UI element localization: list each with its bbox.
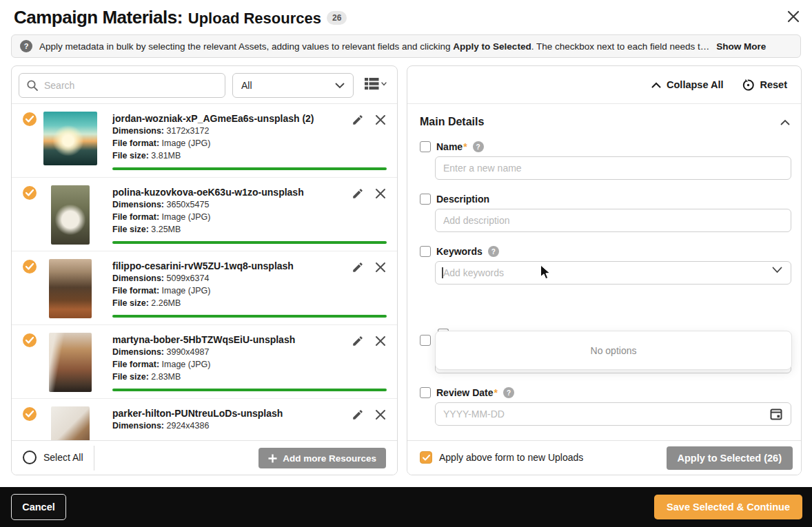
format-label: File format:	[112, 138, 159, 148]
resource-info: parker-hilton-PUNtreuLoDs-unsplash Dimen…	[112, 407, 349, 432]
keywords-dropdown: No options	[435, 331, 792, 370]
resource-dimensions: Dimensions: 5099x6374	[112, 272, 349, 285]
help-circle-icon: ?	[488, 246, 499, 257]
name-checkbox[interactable]	[420, 141, 431, 152]
resource-size: File size: 2.26MB	[112, 297, 349, 309]
divider	[94, 446, 94, 471]
select-all-control[interactable]: Select All	[23, 451, 83, 464]
close-icon[interactable]	[785, 8, 802, 25]
size-value: 3.81MB	[151, 151, 181, 161]
format-value: Image (JPG)	[162, 286, 211, 296]
reset-icon	[742, 79, 755, 92]
edit-pencil-icon[interactable]	[352, 114, 364, 126]
remove-x-icon[interactable]	[375, 188, 386, 199]
edit-pencil-icon[interactable]	[352, 187, 364, 200]
search-input[interactable]	[44, 80, 225, 91]
resource-row[interactable]: filippo-cesarini-rvW5ZU-1wq8-unsplash Di…	[12, 251, 397, 325]
resource-dimensions: Dimensions: 2924x4386	[112, 420, 349, 432]
resource-name: parker-hilton-PUNtreuLoDs-unsplash	[112, 407, 349, 420]
remove-x-icon[interactable]	[375, 409, 386, 420]
edit-pencil-icon[interactable]	[352, 409, 364, 421]
title-secondary: Upload Resources	[188, 10, 321, 28]
keywords-checkbox[interactable]	[420, 246, 431, 257]
format-value: Image (JPG)	[162, 138, 211, 148]
banner-text: Apply metadata in bulk by selecting the …	[39, 41, 709, 52]
remove-x-icon[interactable]	[375, 114, 386, 125]
apply-to-uploads-checkbox[interactable]	[420, 451, 432, 464]
filter-select-value: All	[241, 80, 252, 91]
count-badge: 26	[327, 11, 347, 25]
selected-check-icon[interactable]	[23, 407, 37, 421]
remove-x-icon[interactable]	[375, 335, 386, 347]
resource-info: jordan-wozniak-xP_AGmeEa6s-unsplash (2) …	[112, 112, 349, 162]
apply-to-uploads-control[interactable]: Apply above form to new Uploads	[420, 451, 583, 464]
keywords-input[interactable]	[435, 261, 791, 285]
select-all-label: Select All	[43, 452, 83, 463]
title-primary: Campaign Materials:	[14, 7, 183, 28]
description-input[interactable]	[435, 209, 791, 232]
upload-progress-bar	[112, 389, 387, 391]
description-checkbox[interactable]	[420, 194, 431, 205]
section-title: Main Details	[420, 116, 484, 128]
row-actions	[352, 114, 386, 126]
size-label: File size:	[112, 151, 149, 161]
resource-row[interactable]: martyna-bober-5HbTZWqsEiU-unsplash Dimen…	[12, 325, 397, 399]
reset-button[interactable]: Reset	[742, 79, 788, 92]
dimensions-label: Dimensions:	[112, 421, 164, 431]
name-input[interactable]	[435, 156, 791, 180]
resource-thumbnail[interactable]	[51, 185, 90, 245]
select-all-radio[interactable]	[23, 451, 37, 464]
main-details-section-header[interactable]: Main Details	[420, 115, 790, 129]
format-label: File format:	[112, 212, 159, 222]
resource-thumbnail[interactable]	[43, 112, 97, 165]
view-mode-toggle[interactable]	[365, 77, 387, 90]
resource-list: jordan-wozniak-xP_AGmeEa6s-unsplash (2) …	[12, 104, 397, 442]
selected-check-icon[interactable]	[23, 186, 37, 200]
plus-icon	[268, 454, 277, 463]
save-selected-continue-button[interactable]: Save Selected & Continue	[654, 495, 802, 519]
review-date-label: Review Date*	[436, 387, 498, 398]
resource-thumbnail[interactable]	[51, 406, 90, 442]
resource-dimensions: Dimensions: 3650x5475	[112, 198, 349, 211]
apply-to-selected-button[interactable]: Apply to Selected (26)	[667, 446, 793, 470]
show-more-link[interactable]: Show More	[716, 41, 766, 52]
row-actions	[352, 187, 386, 200]
resource-name: filippo-cesarini-rvW5ZU-1wq8-unsplash	[112, 260, 349, 272]
chevron-down-icon	[381, 82, 387, 86]
size-label: File size:	[112, 372, 149, 382]
resource-row[interactable]: parker-hilton-PUNtreuLoDs-unsplash Dimen…	[12, 399, 397, 442]
cancel-button[interactable]: Cancel	[11, 494, 66, 520]
add-more-resources-button[interactable]: Add more Resources	[258, 448, 386, 468]
resource-row[interactable]: jordan-wozniak-xP_AGmeEa6s-unsplash (2) …	[12, 104, 397, 178]
resource-size: File size: 3.25MB	[112, 223, 349, 236]
search-icon	[26, 79, 39, 92]
selected-check-icon[interactable]	[23, 260, 37, 273]
keywords-label: Keywords	[436, 246, 483, 257]
resource-thumbnail[interactable]	[49, 259, 92, 318]
search-box	[19, 73, 225, 98]
collapse-all-button[interactable]: Collapse All	[651, 79, 723, 90]
help-circle-icon: ?	[473, 141, 484, 152]
chevron-up-icon[interactable]	[780, 119, 790, 125]
filter-select[interactable]: All	[232, 73, 354, 98]
selected-check-icon[interactable]	[23, 333, 37, 347]
resource-format: File format: Image (JPG)	[112, 137, 349, 149]
dimensions-value: 2924x4386	[167, 421, 210, 431]
review-date-checkbox[interactable]	[420, 387, 431, 398]
resource-thumbnail[interactable]	[49, 333, 92, 392]
required-asterisk: *	[463, 141, 467, 152]
resource-row[interactable]: polina-kuzovkova-oeK63u-w1zo-unsplash Di…	[12, 178, 397, 251]
upload-resources-modal: Campaign Materials: Upload Resources 26 …	[0, 0, 812, 527]
review-date-input[interactable]	[435, 402, 791, 426]
selected-check-icon[interactable]	[23, 112, 37, 126]
no-options-text: No options	[591, 345, 637, 356]
edit-pencil-icon[interactable]	[352, 261, 364, 273]
thumbnail-wrap	[43, 333, 97, 392]
edit-pencil-icon[interactable]	[352, 335, 364, 347]
resource-date-checkbox[interactable]	[420, 335, 431, 346]
dimensions-value: 3990x4987	[167, 347, 210, 357]
collapse-all-label: Collapse All	[667, 79, 723, 90]
modal-header: Campaign Materials: Upload Resources 26	[0, 0, 812, 34]
remove-x-icon[interactable]	[375, 262, 386, 273]
text-caret	[442, 267, 443, 278]
